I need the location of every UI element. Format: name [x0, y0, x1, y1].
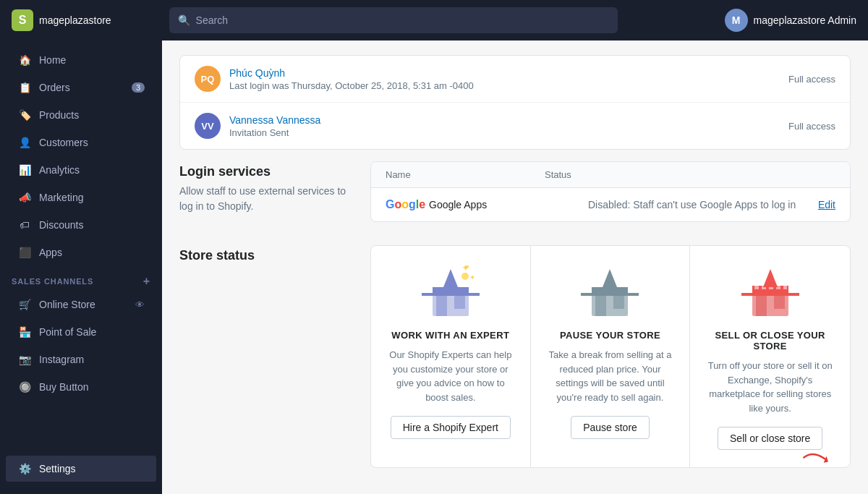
store-option-pause: PAUSE YOUR STORE Take a break from selli… — [531, 246, 691, 467]
svg-point-6 — [461, 273, 469, 280]
service-name-google: Google Apps — [429, 199, 588, 210]
sidebar-item-label: Marketing — [39, 192, 83, 203]
search-input[interactable] — [196, 14, 609, 26]
sell-close-store-button[interactable]: Sell or close store — [718, 427, 822, 450]
svg-rect-13 — [592, 287, 628, 293]
svg-rect-22 — [754, 286, 759, 289]
sidebar-item-point-of-sale[interactable]: 🏪 Point of Sale — [6, 319, 156, 345]
store-option-close: SELL OR CLOSE YOUR STORE Turn off your s… — [690, 246, 850, 467]
svg-text:✦: ✦ — [469, 273, 475, 281]
online-store-icon: 🛒 — [17, 297, 32, 312]
logo[interactable]: S mageplazastore — [12, 9, 111, 31]
staff-last-login-pq: Last login was Thursday, October 25, 201… — [229, 80, 788, 91]
close-title: SELL OR CLOSE YOUR STORE — [705, 330, 835, 352]
marketing-icon: 📣 — [17, 190, 32, 205]
topnav: S mageplazastore 🔍 M mageplazastore Admi… — [0, 0, 868, 41]
sidebar-item-customers[interactable]: 👤 Customers — [6, 129, 156, 156]
sidebar-item-instagram[interactable]: 📷 Instagram — [6, 346, 156, 372]
pause-desc: Take a break from selling at a reduced p… — [545, 348, 676, 404]
sidebar-item-analytics[interactable]: 📊 Analytics — [6, 157, 156, 183]
sidebar-item-label: Discounts — [39, 219, 83, 231]
login-services-card: Name Status Google Google Apps Disabled:… — [370, 161, 851, 222]
services-table: Name Status Google Google Apps Disabled:… — [371, 162, 850, 221]
svg-marker-5 — [443, 269, 458, 287]
eye-icon: 👁 — [135, 299, 145, 310]
hire-expert-button[interactable]: Hire a Shopify Expert — [391, 416, 511, 439]
staff-access-pq: Full access — [788, 74, 835, 85]
orders-badge: 3 — [132, 82, 145, 93]
customers-icon: 👤 — [17, 135, 32, 150]
svg-rect-12 — [613, 296, 624, 309]
expert-illustration: ✦ ✦ ✦ — [418, 263, 483, 321]
store-status-card: ✦ ✦ ✦ WORK WITH AN EXPERT Our Shopify Ex… — [370, 245, 851, 468]
buy-button-icon: 🔘 — [17, 380, 32, 394]
staff-info-pq: Phúc Quỳnh Last login was Thursday, Octo… — [229, 67, 788, 91]
sidebar-item-label: Point of Sale — [39, 326, 96, 338]
sidebar-item-label: Home — [39, 54, 66, 66]
sidebar-item-label: Settings — [39, 463, 76, 474]
sidebar-bottom: ⚙️ Settings — [0, 455, 162, 488]
staff-name-pq[interactable]: Phúc Quỳnh — [229, 67, 788, 79]
svg-rect-17 — [756, 296, 767, 316]
sidebar-item-discounts[interactable]: 🏷 Discounts — [6, 212, 156, 238]
staff-last-login-vv: Invitation Sent — [229, 127, 788, 138]
products-icon: 🏷️ — [17, 108, 32, 122]
analytics-icon: 📊 — [17, 163, 32, 177]
add-sales-channel-icon[interactable]: + — [143, 275, 150, 288]
search-bar[interactable]: 🔍 — [169, 7, 618, 33]
edit-link-google[interactable]: Edit — [818, 199, 835, 210]
sidebar-item-online-store[interactable]: 🛒 Online Store 👁 — [6, 291, 156, 318]
svg-rect-4 — [422, 293, 480, 296]
avatar: M — [725, 9, 748, 32]
sidebar-item-label: Buy Button — [39, 381, 89, 393]
store-name: mageplazastore — [39, 14, 111, 26]
svg-rect-11 — [595, 296, 606, 316]
topnav-right: M mageplazastore Admin — [725, 9, 856, 32]
sidebar-item-home[interactable]: 🏠 Home — [6, 47, 156, 73]
sidebar-item-marketing[interactable]: 📣 Marketing — [6, 184, 156, 210]
expert-title: WORK WITH AN EXPERT — [386, 330, 516, 341]
login-services-description: Allow staff to use external services to … — [179, 184, 353, 214]
sidebar-item-label: Products — [39, 109, 79, 121]
svg-rect-1 — [436, 296, 447, 316]
sidebar-item-label: Apps — [39, 247, 62, 258]
sidebar-item-products[interactable]: 🏷️ Products — [6, 102, 156, 128]
login-services-title: Login services — [179, 164, 353, 179]
sidebar-item-apps[interactable]: ⬛ Apps — [6, 239, 156, 265]
shopify-logo-icon: S — [12, 9, 33, 31]
store-status-section: Store status — [179, 245, 851, 480]
avatar-pq: PQ — [195, 66, 221, 92]
pause-store-button[interactable]: Pause store — [571, 416, 650, 439]
services-table-header: Name Status — [371, 162, 850, 188]
store-status-grid: ✦ ✦ ✦ WORK WITH AN EXPERT Our Shopify Ex… — [371, 246, 850, 467]
sidebar-item-label: Orders — [39, 82, 70, 93]
svg-text:✦: ✦ — [465, 265, 470, 270]
staff-info-vv: Vannessa Vannessa Invitation Sent — [229, 114, 788, 138]
search-icon: 🔍 — [178, 14, 190, 26]
sidebar: 🏠 Home 📋 Orders 3 🏷️ Products 👤 Customer… — [0, 41, 162, 494]
sidebar-item-label: Instagram — [39, 354, 84, 365]
close-illustration — [738, 263, 803, 321]
home-icon: 🏠 — [17, 53, 32, 67]
sidebar-item-settings[interactable]: ⚙️ Settings — [6, 456, 156, 482]
svg-rect-14 — [581, 293, 639, 296]
sidebar-item-label: Online Store — [39, 299, 95, 310]
login-services-label-col: Login services Allow staff to use extern… — [179, 161, 353, 234]
pause-title: PAUSE YOUR STORE — [545, 330, 676, 341]
col-name-header: Name — [386, 169, 545, 180]
svg-rect-2 — [454, 296, 465, 309]
sidebar-item-orders[interactable]: 📋 Orders 3 — [6, 74, 156, 101]
staff-card: PQ Phúc Quỳnh Last login was Thursday, O… — [179, 55, 851, 150]
pause-illustration — [577, 263, 642, 321]
staff-row-1: VV Vannessa Vannessa Invitation Sent Ful… — [180, 103, 850, 149]
store-status-title: Store status — [179, 248, 353, 263]
orders-icon: 📋 — [17, 80, 32, 95]
sidebar-item-buy-button[interactable]: 🔘 Buy Button — [6, 374, 156, 400]
svg-rect-26 — [783, 286, 787, 289]
main-content: PQ Phúc Quỳnh Last login was Thursday, O… — [162, 41, 868, 494]
svg-rect-3 — [433, 287, 469, 293]
staff-name-vv[interactable]: Vannessa Vannessa — [229, 114, 788, 126]
settings-icon: ⚙️ — [17, 461, 32, 476]
discounts-icon: 🏷 — [17, 218, 32, 232]
staff-access-vv: Full access — [788, 121, 835, 132]
